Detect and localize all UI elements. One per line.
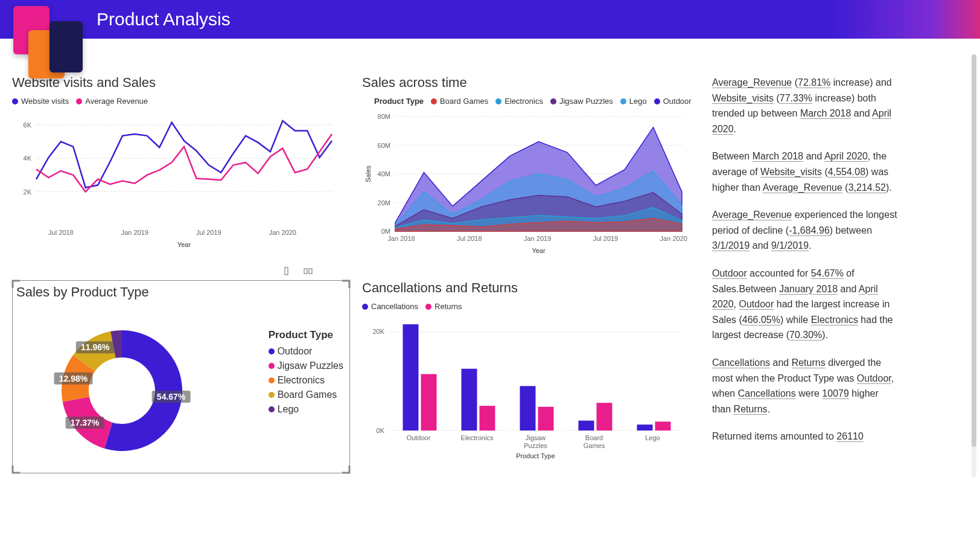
chart-cancel-returns[interactable]: Cancellations and Returns Cancellations … [362,280,700,473]
dot-icon [269,392,275,398]
chart-title: Sales by Product Type [16,284,346,300]
svg-text:Puzzles: Puzzles [524,442,547,449]
svg-text:12.98%: 12.98% [59,374,88,383]
chart-sales-product[interactable]: Sales by Product Type 54.67%17.37%12.98%… [12,280,350,473]
area-chart-svg: 0M20M40M60M80MJan 2018Jul 2018Jan 2019Ju… [362,110,688,255]
legend: Product Type Outdoor Jigsaw Puzzles Elec… [269,329,343,418]
selection-handle-icon[interactable] [340,463,351,474]
legend-item[interactable]: Outdoor [654,97,692,106]
dot-icon [76,98,82,104]
dot-icon [269,406,275,412]
legend-item[interactable]: Electronics [495,97,543,106]
svg-text:Games: Games [584,442,605,449]
svg-text:0M: 0M [381,228,390,235]
svg-text:40M: 40M [378,170,390,178]
dot-icon [495,98,501,104]
svg-rect-47 [480,406,495,431]
svg-text:4K: 4K [24,155,32,162]
svg-rect-53 [579,421,594,431]
svg-rect-50 [538,407,554,431]
legend-item[interactable]: Jigsaw Puzzles [550,97,613,106]
dot-icon [620,98,626,104]
legend-item[interactable]: Average Revenue [76,97,148,106]
selection-handle-icon[interactable] [340,280,351,290]
insight-text: Returned items amounted to 26110 [712,429,899,444]
insights-panel: Average_Revenue (72.81% increase) and We… [712,75,905,473]
legend-item[interactable]: Outdoor [269,346,343,357]
svg-text:Jan 2019: Jan 2019 [121,229,148,236]
dot-icon [269,348,275,354]
format-toolbar [282,266,313,276]
legend-title: Product Type [374,97,424,106]
chart-visits-sales[interactable]: Website visits and Sales Website visits … [12,75,350,268]
svg-text:Jul 2018: Jul 2018 [48,229,74,236]
legend-item[interactable]: Website visits [12,97,69,106]
svg-text:Electronics: Electronics [461,434,494,441]
chart-sales-time[interactable]: Sales across time Product Type Board Gam… [362,75,700,268]
legend-title: Product Type [269,329,343,341]
svg-rect-29 [304,269,307,274]
legend: Cancellations Returns [362,302,700,311]
legend-item[interactable]: Lego [269,404,343,415]
svg-text:20K: 20K [372,328,384,335]
line-chart-svg: 2K4K6KJul 2018Jan 2019Jul 2019Jan 2020Ye… [12,110,338,249]
selection-handle-icon[interactable] [11,463,22,474]
selection-handle-icon[interactable] [11,280,22,290]
logo-block-navy [49,21,83,72]
svg-rect-28 [285,267,288,275]
dot-icon [269,363,275,369]
svg-text:11.96%: 11.96% [81,342,110,352]
header-bar: Product Analysis [0,0,980,39]
svg-text:Jan 2019: Jan 2019 [524,235,551,242]
svg-text:54.67%: 54.67% [157,392,186,402]
svg-text:Year: Year [532,247,546,254]
svg-text:Lego: Lego [645,434,660,441]
svg-rect-49 [520,386,536,431]
legend-item[interactable]: Cancellations [362,302,418,311]
svg-text:Sales: Sales [364,165,372,182]
svg-text:Jan 2018: Jan 2018 [387,235,415,242]
donut-chart-svg: 54.67%17.37%12.98%11.96% [16,306,228,463]
legend-item[interactable]: Board Games [269,389,343,400]
svg-rect-58 [655,421,671,431]
svg-rect-44 [421,374,437,431]
svg-rect-57 [637,424,653,431]
svg-text:Year: Year [177,241,191,248]
svg-text:Jul 2018: Jul 2018 [457,235,482,242]
dot-icon [654,98,660,104]
svg-text:2K: 2K [24,188,32,196]
distribute-icon[interactable] [304,266,313,276]
dot-icon [550,98,556,104]
svg-text:Board: Board [585,434,603,441]
insight-text: Cancellations and Returns diverged the m… [712,355,899,417]
svg-text:20M: 20M [378,199,390,206]
svg-rect-30 [309,269,312,274]
insight-text: Average_Revenue (72.81% increase) and We… [712,75,899,136]
svg-text:0K: 0K [377,427,385,434]
insight-text: Outdoor accounted for 54.67% of Sales.Be… [712,266,899,343]
dot-icon [362,304,368,310]
legend-item[interactable]: Jigsaw Puzzles [269,360,343,371]
svg-text:6K: 6K [24,121,32,129]
legend-item[interactable]: Board Games [431,97,488,106]
svg-rect-46 [462,369,477,431]
page-title: Product Analysis [97,9,231,30]
bar-chart-svg: 0K20KOutdoorElectronicsJigsawPuzzlesBoar… [362,316,688,461]
svg-text:Jan 2020: Jan 2020 [269,229,296,236]
svg-text:80M: 80M [378,113,390,120]
svg-text:60M: 60M [378,142,390,149]
legend-item[interactable]: Returns [425,302,462,311]
svg-text:Product Type: Product Type [516,452,555,459]
svg-text:Outdoor: Outdoor [407,434,431,441]
legend-item[interactable]: Electronics [269,375,343,386]
scroll-thumb[interactable] [972,54,976,447]
align-icon[interactable] [282,266,291,276]
scrollbar[interactable] [972,54,976,477]
legend: Product Type Board Games Electronics Jig… [362,97,700,106]
svg-rect-43 [403,324,419,431]
svg-text:Jigsaw: Jigsaw [526,434,546,441]
svg-rect-54 [597,403,612,431]
svg-text:17.37%: 17.37% [71,418,100,427]
legend: Website visits Average Revenue [12,97,350,106]
legend-item[interactable]: Lego [620,97,647,106]
